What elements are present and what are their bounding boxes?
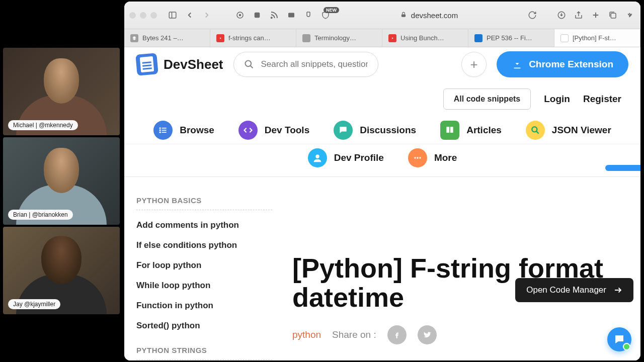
svg-point-12 bbox=[245, 61, 251, 67]
cat-discussions[interactable]: Discussions bbox=[334, 121, 416, 140]
twitter-icon[interactable] bbox=[418, 325, 437, 344]
address-text: devsheet.com bbox=[411, 11, 458, 20]
tab-2[interactable]: Terminology… bbox=[296, 29, 382, 47]
all-snippets-button[interactable]: All code snippets bbox=[443, 88, 531, 110]
svg-rect-17 bbox=[162, 130, 167, 131]
tab-5[interactable]: [Python] F-st… bbox=[554, 29, 640, 47]
open-code-manager-button[interactable]: Open Code Manager bbox=[515, 278, 633, 302]
cat-browse[interactable]: Browse bbox=[153, 121, 214, 140]
sidebar-item[interactable]: While loop python bbox=[136, 276, 272, 296]
nav-row: All code snippets Login Register bbox=[124, 86, 640, 117]
page-topbar: DevSheet + Chrome Extension bbox=[124, 47, 640, 86]
logo[interactable]: DevSheet bbox=[136, 54, 223, 75]
cat-devtools[interactable]: Dev Tools bbox=[238, 121, 309, 140]
svg-point-3 bbox=[239, 14, 242, 17]
sidebar-toggle-icon[interactable] bbox=[167, 10, 178, 21]
main-content: PYTHON BASICS Add comments in python If … bbox=[124, 177, 640, 359]
cat-more[interactable]: More bbox=[408, 148, 457, 167]
login-link[interactable]: Login bbox=[544, 94, 570, 105]
share-icon[interactable] bbox=[573, 10, 584, 21]
svg-point-25 bbox=[419, 157, 421, 158]
add-button[interactable]: + bbox=[461, 52, 487, 77]
logo-text: DevSheet bbox=[164, 57, 223, 72]
window-controls[interactable] bbox=[129, 12, 157, 19]
avatar-icon bbox=[308, 148, 327, 167]
svg-rect-7 bbox=[401, 14, 406, 17]
address-bar[interactable]: devsheet.com bbox=[337, 11, 521, 20]
browser-window: devsheet.com NEW Bytes 241 –… f-strings … bbox=[124, 2, 640, 360]
chat-icon bbox=[334, 121, 353, 140]
chrome-extension-button[interactable]: Chrome Extension bbox=[497, 51, 628, 77]
page-content: DevSheet + Chrome Extension All code sni… bbox=[124, 47, 640, 360]
webcam-1: Michael | @mkennedy bbox=[3, 48, 120, 135]
cat-articles[interactable]: Articles bbox=[440, 121, 502, 140]
chat-bubble-button[interactable] bbox=[607, 327, 631, 351]
floating-tab[interactable] bbox=[605, 165, 640, 171]
sidebar-item[interactable]: For loop python bbox=[136, 255, 272, 276]
browser-toolbar: devsheet.com bbox=[124, 2, 640, 29]
svg-rect-4 bbox=[255, 13, 260, 18]
category-row-2: Dev Profile More bbox=[124, 144, 640, 177]
svg-point-18 bbox=[159, 132, 161, 133]
tabs-icon[interactable] bbox=[607, 10, 618, 21]
stack-icon bbox=[130, 34, 138, 42]
sidebar-heading-strings: PYTHON STRINGS bbox=[136, 343, 272, 360]
code-icon bbox=[238, 121, 258, 140]
search-box[interactable] bbox=[233, 52, 378, 77]
devsheet-icon bbox=[560, 34, 569, 42]
article-meta: python Share on : bbox=[292, 325, 628, 344]
python-icon bbox=[474, 34, 482, 42]
download-arrow-icon bbox=[512, 59, 523, 70]
logo-icon bbox=[135, 53, 158, 76]
share-label: Share on : bbox=[332, 329, 376, 340]
overflow-icon[interactable] bbox=[624, 10, 635, 21]
sidebar-item[interactable]: If else conditions python bbox=[136, 235, 272, 255]
cat-json[interactable]: JSON Viewer bbox=[526, 121, 611, 140]
tv-icon[interactable] bbox=[286, 10, 297, 21]
download-icon[interactable] bbox=[556, 10, 567, 21]
youtube-icon bbox=[388, 34, 396, 42]
ext-icon-1[interactable] bbox=[234, 10, 246, 21]
new-tab-icon[interactable] bbox=[590, 10, 601, 21]
list-icon bbox=[153, 121, 173, 140]
tab-0[interactable]: Bytes 241 –… bbox=[124, 29, 210, 47]
svg-point-22 bbox=[315, 155, 319, 158]
svg-point-5 bbox=[271, 17, 272, 18]
svg-rect-15 bbox=[162, 128, 167, 129]
webcam-3: Jay @kjaymiller bbox=[3, 227, 120, 314]
back-icon[interactable] bbox=[184, 10, 195, 21]
book-icon bbox=[440, 121, 459, 140]
magnify-icon bbox=[526, 121, 545, 140]
svg-rect-6 bbox=[288, 13, 294, 18]
name-tag-3: Jay @kjaymiller bbox=[8, 299, 60, 309]
new-badge: NEW bbox=[324, 7, 339, 13]
rss-icon[interactable] bbox=[269, 10, 280, 21]
search-input[interactable] bbox=[261, 59, 368, 69]
svg-rect-0 bbox=[169, 12, 176, 18]
tab-bar: Bytes 241 –… f-strings can… Terminology…… bbox=[124, 29, 640, 47]
lock-icon bbox=[400, 11, 407, 20]
sidebar-heading-basics: PYTHON BASICS bbox=[136, 193, 272, 210]
tab-3[interactable]: Using Bunch… bbox=[382, 29, 468, 47]
sidebar-item[interactable]: Sorted() python bbox=[136, 316, 272, 336]
register-link[interactable]: Register bbox=[583, 94, 621, 105]
svg-point-16 bbox=[159, 129, 161, 131]
tab-1[interactable]: f-strings can… bbox=[210, 29, 296, 47]
sidebar-item[interactable]: Add comments in python bbox=[136, 215, 272, 235]
svg-line-13 bbox=[250, 66, 253, 68]
category-row-1: Browse Dev Tools Discussions Articles JS… bbox=[124, 117, 640, 144]
facebook-icon[interactable] bbox=[387, 325, 407, 344]
reload-icon[interactable] bbox=[527, 10, 538, 21]
webcam-strip: Michael | @mkennedy Brian | @brianokken … bbox=[3, 48, 120, 314]
sidebar-item[interactable]: Function in python bbox=[136, 296, 272, 316]
webcam-2: Brian | @brianokken bbox=[3, 137, 120, 225]
tab-4[interactable]: PEP 536 -- Fi… bbox=[468, 29, 554, 47]
forward-icon[interactable] bbox=[201, 10, 212, 21]
name-tag-1: Michael | @mkennedy bbox=[8, 120, 78, 130]
dots-icon bbox=[408, 148, 427, 167]
tag-python[interactable]: python bbox=[292, 329, 321, 340]
ext-icon-2[interactable] bbox=[252, 10, 263, 21]
svg-line-21 bbox=[536, 131, 539, 134]
honey-icon[interactable] bbox=[303, 10, 314, 21]
cat-profile[interactable]: Dev Profile bbox=[308, 148, 384, 167]
